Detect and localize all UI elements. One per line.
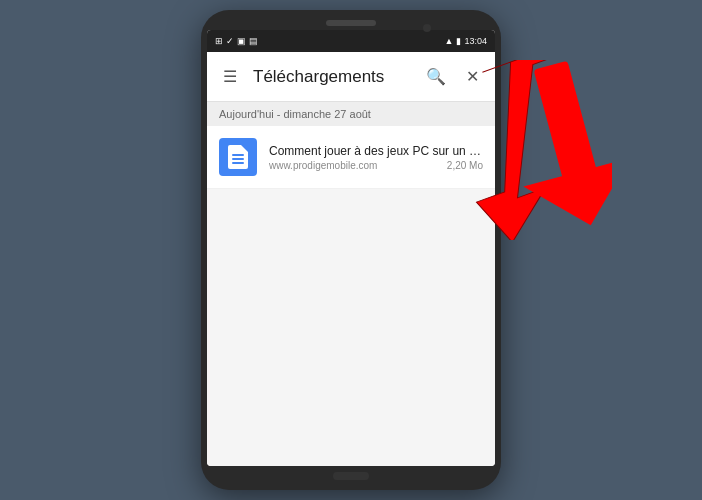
doc-line-1	[232, 154, 244, 156]
doc-lines	[232, 154, 244, 164]
check-icon: ✓	[226, 36, 234, 46]
status-right-icons: ▲ ▮ 13:04	[445, 36, 487, 46]
status-left-icons: ⊞ ✓ ▣ ▤	[215, 36, 258, 46]
svg-marker-2	[523, 158, 612, 240]
time-display: 13:04	[464, 36, 487, 46]
download-size: 2,20 Mo	[447, 160, 483, 171]
doc-line-3	[232, 162, 244, 164]
layers-icon: ⊞	[215, 36, 223, 46]
file-icon: ▤	[249, 36, 258, 46]
file-type-icon	[219, 138, 257, 176]
menu-icon[interactable]: ☰	[219, 63, 241, 90]
download-url: www.prodigemobile.com	[269, 160, 377, 171]
content-area	[207, 189, 495, 466]
signal-icon: ▲	[445, 36, 454, 46]
date-section: Aujourd'hui - dimanche 27 août	[207, 102, 495, 126]
download-meta: www.prodigemobile.com 2,20 Mo	[269, 160, 483, 171]
phone-home-button[interactable]	[333, 472, 369, 480]
svg-rect-1	[534, 61, 599, 186]
phone-speaker	[326, 20, 376, 26]
doc-line-2	[232, 158, 244, 160]
phone-camera	[423, 24, 431, 32]
download-item[interactable]: Comment jouer à des jeux PC sur un mobil…	[207, 126, 495, 189]
app-bar: ☰ Téléchargements 🔍 ✕	[207, 52, 495, 102]
doc-icon-inner	[228, 145, 248, 169]
search-icon[interactable]: 🔍	[422, 63, 450, 90]
close-icon[interactable]: ✕	[462, 63, 483, 90]
download-title: Comment jouer à des jeux PC sur un mobil…	[269, 144, 483, 158]
page-title: Téléchargements	[253, 67, 410, 87]
phone-device: ⊞ ✓ ▣ ▤ ▲ ▮ 13:04 ☰ Téléchargements 🔍 ✕	[201, 10, 501, 490]
status-bar: ⊞ ✓ ▣ ▤ ▲ ▮ 13:04	[207, 30, 495, 52]
battery-icon: ▮	[456, 36, 461, 46]
image-icon: ▣	[237, 36, 246, 46]
date-label: Aujourd'hui - dimanche 27 août	[219, 108, 371, 120]
download-info: Comment jouer à des jeux PC sur un mobil…	[269, 144, 483, 171]
phone-screen: ⊞ ✓ ▣ ▤ ▲ ▮ 13:04 ☰ Téléchargements 🔍 ✕	[207, 30, 495, 466]
